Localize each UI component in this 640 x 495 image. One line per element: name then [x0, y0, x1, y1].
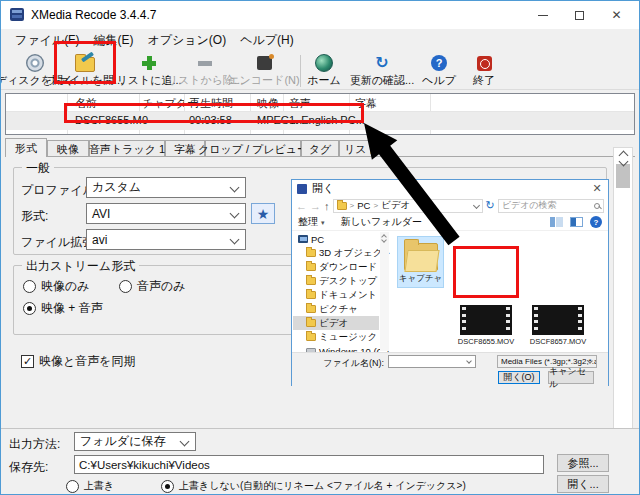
folder-icon — [306, 291, 316, 299]
dialog-title-bar: 開く ✕ — [292, 180, 608, 197]
radio-icon — [119, 280, 132, 293]
toolbar-encode: エンコード(N) — [233, 54, 295, 88]
minimize-button[interactable] — [524, 1, 561, 29]
organize-button[interactable]: 整理 — [298, 215, 318, 229]
file-dscf8655[interactable]: DSCF8655.MOV — [456, 305, 516, 345]
chevron-down-icon — [230, 183, 240, 193]
navigation-tree: PC 3D オブジェクト ダウンロード デスクトップ ドキュメント — [293, 232, 379, 352]
breadcrumb[interactable]: > PC > ビデオ — [333, 199, 483, 213]
folder-icon — [306, 319, 316, 327]
back-icon[interactable]: ← — [296, 200, 307, 212]
new-folder-button[interactable]: 新しいフォルダー — [341, 215, 422, 229]
column-subtitle[interactable]: 字幕 — [355, 96, 377, 111]
tab-format[interactable]: 形式 — [5, 138, 47, 157]
scrollbar-thumb[interactable] — [616, 164, 630, 188]
extension-select[interactable]: avi — [86, 229, 246, 250]
caret-down-icon: ▾ — [321, 219, 325, 227]
group-general-label: 一般 — [22, 160, 54, 177]
forward-icon[interactable]: → — [310, 200, 321, 212]
column-duration[interactable]: 再生時間 — [189, 96, 233, 111]
toolbar-help[interactable]: ? ヘルプ — [418, 54, 460, 88]
up-icon[interactable]: ↑ — [324, 200, 330, 212]
tree-item-downloads[interactable]: ダウンロード — [293, 260, 379, 274]
scroll-down-icon[interactable] — [381, 237, 387, 243]
close-button[interactable]: ✕ — [598, 1, 635, 29]
chevron-down-icon[interactable] — [472, 202, 479, 209]
file-dscf8657[interactable]: DSCF8657.MOV — [528, 305, 588, 345]
folder-open-icon — [75, 57, 95, 72]
output-method-select[interactable]: フォルダに保存 — [74, 432, 196, 451]
view-mode-icon[interactable] — [550, 217, 563, 227]
minus-icon — [197, 55, 213, 71]
search-input[interactable]: ビデオの検索 — [498, 199, 604, 213]
window-title: XMedia Recode 3.4.4.7 — [31, 8, 156, 22]
disc-icon — [26, 54, 44, 72]
table-row[interactable]: DSCF8655.M 0 00:03:58 MPEG-... 1. Englis… — [6, 112, 634, 130]
column-video[interactable]: 映像 — [257, 96, 279, 111]
toolbar-open-file[interactable]: ファイルを開... — [54, 54, 116, 88]
encode-icon — [257, 56, 272, 70]
dialog-cancel-button[interactable]: キャンセル — [548, 371, 594, 384]
tree-item-music[interactable]: ミュージック — [293, 330, 379, 344]
menu-edit[interactable]: 編集(E) — [86, 30, 140, 51]
profile-select[interactable]: カスタム — [86, 177, 246, 198]
sync-av-checkbox[interactable]: ✓ 映像と音声を同期 — [21, 353, 136, 370]
cell-chapter: 0 — [142, 114, 148, 126]
maximize-button[interactable] — [561, 1, 598, 29]
tree-item-documents[interactable]: ドキュメント — [293, 288, 379, 302]
chevron-down-icon — [230, 235, 240, 245]
dialog-footer: ファイル名(N): Media Files (*.3gp;*.3g2;*.avi… — [292, 352, 608, 387]
menu-options[interactable]: オプション(O) — [140, 30, 233, 51]
app-icon — [10, 8, 24, 21]
menu-help[interactable]: ヘルプ(H) — [233, 30, 301, 51]
destination-input[interactable]: C:¥Users¥kikuchi¥Videos — [74, 455, 544, 474]
tree-item-pictures[interactable]: ピクチャ — [293, 302, 379, 316]
tab-video[interactable]: 映像 — [47, 140, 89, 157]
radio-no-overwrite[interactable]: 上書きしない(自動的にリネーム <ファイル名 + インデックス>) — [161, 479, 466, 493]
tab-tags[interactable]: タグ — [301, 140, 339, 157]
breadcrumb-videos[interactable]: ビデオ — [381, 199, 410, 212]
open-output-button[interactable]: 開く... — [557, 475, 609, 493]
folder-capture[interactable]: キャプチャ — [397, 236, 444, 288]
cell-name: DSCF8655.M — [75, 114, 142, 126]
toolbar-exit[interactable]: 終了 — [463, 54, 505, 88]
tab-list[interactable]: リスト — [339, 140, 383, 157]
tree-item-pc[interactable]: PC — [293, 232, 379, 246]
tab-crop-preview[interactable]: クロップ / プレビュー — [205, 140, 301, 157]
tree-item-desktop[interactable]: デスクトップ — [293, 274, 379, 288]
tree-scrollbar[interactable] — [380, 232, 389, 351]
format-select[interactable]: AVI — [86, 203, 246, 224]
column-audio[interactable]: 音声 — [289, 96, 311, 111]
format-label: 形式: — [21, 208, 48, 225]
tree-item-videos[interactable]: ビデオ — [293, 316, 379, 330]
toolbar-home[interactable]: ホーム — [299, 54, 349, 88]
refresh-icon[interactable]: ↻ — [486, 199, 495, 212]
dialog-address-bar: ← → ↑ > PC > ビデオ ↻ ビデオの検索 — [292, 197, 608, 214]
menu-file[interactable]: ファイル(F) — [8, 30, 86, 51]
power-icon — [477, 56, 492, 71]
filename-input[interactable] — [388, 355, 476, 368]
radio-audio-only[interactable]: 音声のみ — [119, 278, 186, 295]
toolbar-check-updates[interactable]: ↻ 更新の確認... — [351, 54, 413, 88]
tab-audio-track[interactable]: 音声トラック 1 — [89, 140, 165, 157]
folder-name: キャプチャ — [399, 273, 443, 285]
radio-overwrite[interactable]: 上書き — [66, 479, 114, 493]
column-name[interactable]: 名前 — [75, 96, 97, 111]
tree-item-3d-objects[interactable]: 3D オブジェクト — [293, 246, 379, 260]
dialog-open-button[interactable]: 開く(O) — [498, 371, 540, 384]
radio-video-only[interactable]: 映像のみ — [23, 278, 90, 295]
job-list: 名前 チャプター 再生時間 映像 音声 字幕 DSCF8655.M 0 00:0… — [5, 93, 635, 135]
job-list-header: 名前 チャプター 再生時間 映像 音声 字幕 — [6, 94, 634, 112]
page-scrollbar[interactable] — [613, 147, 633, 429]
preview-pane-icon[interactable] — [570, 217, 583, 227]
radio-video-audio[interactable]: 映像 + 音声 — [23, 300, 103, 317]
tree-item-c-drive[interactable]: Windows 10 (C:) — [293, 344, 379, 352]
help-icon[interactable]: ? — [590, 216, 602, 228]
breadcrumb-pc[interactable]: PC — [357, 200, 370, 211]
dialog-close-button[interactable]: ✕ — [586, 182, 608, 195]
chevron-down-icon — [466, 358, 472, 364]
star-icon: ★ — [257, 206, 270, 222]
favorite-button[interactable]: ★ — [251, 203, 275, 224]
group-output-stream-label: 出力ストリーム形式 — [22, 258, 139, 275]
browse-button[interactable]: 参照... — [557, 454, 609, 472]
